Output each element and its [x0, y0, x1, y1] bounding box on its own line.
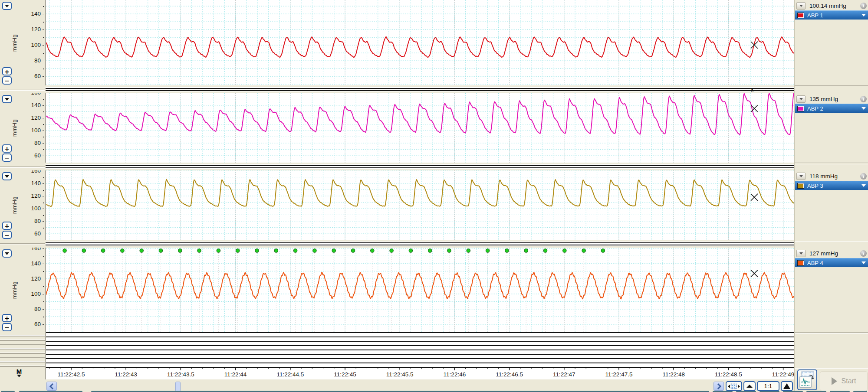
marker-tool-label: M	[16, 368, 22, 375]
zoom-out-button[interactable]: −	[2, 76, 12, 85]
time-axis-label: 11:22:48.5	[704, 371, 752, 378]
ratio-button[interactable]: 1:1	[757, 381, 779, 391]
channel-1-axis-margin: mmHg 1601401201008060 + −	[0, 0, 46, 85]
chevron-down-icon	[799, 98, 803, 100]
y-axis-tick-label: 140	[23, 260, 41, 267]
compress-amplitude-button[interactable]	[743, 381, 756, 391]
chevron-down-icon	[799, 175, 803, 177]
channel-divider[interactable]	[0, 163, 794, 170]
scale-menu-button[interactable]	[2, 249, 12, 258]
channel-name: ABP 1	[807, 12, 823, 19]
time-axis-label: 11:22:47	[540, 371, 588, 378]
chevron-down-icon	[5, 98, 9, 101]
range-dropdown-button[interactable]	[796, 95, 806, 103]
scroll-to-end-button[interactable]	[726, 381, 742, 391]
channel-title-bar[interactable]: ABP 1	[795, 10, 868, 20]
channel-divider[interactable]: ∧	[0, 85, 794, 93]
zoom-out-button[interactable]: −	[2, 323, 12, 331]
film-scroll-icon	[728, 383, 740, 389]
y-axis-tick-label: 100	[23, 127, 41, 134]
channel-4-pane: mmHg 1601401201008060 + −	[0, 248, 794, 332]
channel-title-bar[interactable]: ABP 2	[795, 104, 868, 113]
zoom-in-button[interactable]: +	[2, 144, 12, 153]
channel-2-axis-margin: mmHg 1601401201008060 + −	[0, 93, 46, 163]
axis-unit-label: mmHg	[11, 196, 18, 214]
chevron-down-icon	[5, 175, 9, 178]
scope-view-button[interactable]	[797, 369, 817, 390]
zoom-in-button[interactable]: +	[2, 67, 12, 75]
y-axis-tick-label: 120	[23, 275, 41, 282]
y-axis-tick-label: 80	[23, 306, 41, 313]
chevron-down-icon	[799, 5, 803, 7]
channel-color-swatch	[797, 260, 804, 266]
scroll-left-button[interactable]	[46, 382, 57, 391]
channel-3-pane: mmHg 1601401201008060 + −	[0, 170, 794, 240]
scrollbar-thumb[interactable]	[175, 382, 181, 392]
y-axis-tick-label: 120	[23, 193, 41, 199]
zoom-out-button[interactable]: −	[2, 231, 12, 239]
chevron-down-icon	[861, 261, 866, 264]
y-axis-tick-label: 160	[23, 170, 41, 174]
channel-title-bar[interactable]: ABP 3	[795, 181, 868, 190]
channel-value: 127 mmHg	[809, 250, 838, 257]
start-button[interactable]: Start	[820, 371, 868, 391]
info-icon[interactable]: i	[860, 173, 867, 180]
large-peak-icon	[783, 383, 790, 389]
channel-value: 118 mmHg	[809, 173, 838, 180]
channel-3-axis-margin: mmHg 1601401201008060 + −	[0, 170, 46, 240]
time-axis-label: 11:22:46	[431, 371, 478, 378]
y-axis-tick-label: 160	[23, 93, 41, 96]
axis-unit-label: mmHg	[11, 281, 18, 298]
info-icon[interactable]: i	[860, 250, 867, 257]
chevron-down-icon	[861, 184, 866, 187]
time-axis-label: 11:22:42.5	[47, 371, 95, 378]
y-axis-tick-label: 160	[23, 0, 41, 2]
marker-tool[interactable]: M	[15, 368, 23, 377]
channel-4-plot[interactable]	[46, 248, 794, 332]
channel-name: ABP 3	[807, 183, 823, 189]
time-axis-label: 11:22:44.5	[266, 371, 314, 378]
channel-settings-panel: 100.14 mmHg i ABP 1 135 mmHg i ABP 2	[794, 0, 868, 392]
y-axis-tick-label: 140	[23, 180, 41, 187]
scroll-right-button[interactable]	[713, 382, 724, 391]
info-icon[interactable]: i	[860, 3, 867, 9]
range-dropdown-button[interactable]	[796, 173, 806, 180]
play-icon	[832, 377, 837, 385]
scale-menu-button[interactable]	[2, 95, 12, 103]
range-dropdown-button[interactable]	[796, 250, 806, 257]
channel-divider[interactable]	[0, 240, 794, 248]
zoom-out-button[interactable]: −	[2, 154, 12, 162]
zoom-in-button[interactable]: +	[2, 314, 12, 322]
channel-2-pane: mmHg 1601401201008060 + −	[0, 93, 794, 163]
collapsed-channels-band[interactable]	[0, 332, 794, 367]
channel-title-bar[interactable]: ABP 4	[795, 258, 868, 267]
y-axis-tick-label: 80	[23, 57, 41, 64]
time-axis-label: 11:22:45.5	[376, 371, 424, 378]
y-axis-tick-label: 100	[23, 291, 41, 297]
channel-name: ABP 4	[807, 260, 823, 266]
small-peak-icon	[746, 385, 753, 388]
chevron-down-icon	[5, 252, 9, 255]
start-label: Start	[842, 377, 856, 385]
expand-amplitude-button[interactable]	[781, 381, 793, 391]
channel-2-plot[interactable]	[46, 93, 794, 163]
y-axis-tick-label: 80	[23, 140, 41, 147]
y-axis-tick-label: 60	[23, 230, 41, 237]
zoom-in-button[interactable]: +	[2, 222, 12, 230]
y-axis-tick-label: 140	[23, 10, 41, 17]
chevron-down-icon	[861, 14, 866, 16]
range-dropdown-button[interactable]	[796, 2, 806, 10]
channel-4-axis-margin: mmHg 1601401201008060 + −	[0, 248, 46, 332]
channel-3-plot[interactable]	[46, 170, 794, 240]
time-axis-label: 11:22:44	[212, 371, 260, 378]
channel-value: 100.14 mmHg	[809, 3, 846, 9]
y-axis-tick-label: 160	[23, 248, 41, 252]
scope-view-icon	[799, 371, 815, 388]
scale-menu-button[interactable]	[2, 2, 12, 10]
channel-color-swatch	[797, 13, 804, 18]
scale-menu-button[interactable]	[2, 172, 12, 180]
info-icon[interactable]: i	[860, 96, 867, 102]
ratio-label: 1:1	[764, 383, 773, 389]
channel-1-plot[interactable]	[46, 0, 794, 85]
channel-name: ABP 2	[807, 105, 823, 112]
